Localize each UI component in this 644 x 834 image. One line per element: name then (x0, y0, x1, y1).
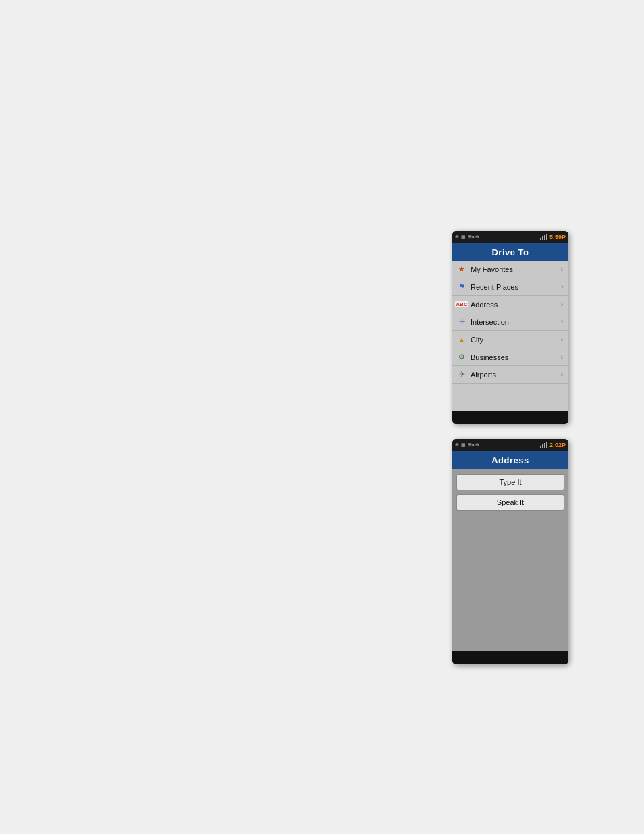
drive-to-menu-list: ★ My Favorites › ⚑ Recent Places › ABC A… (452, 261, 568, 411)
bar1 (540, 238, 541, 240)
airport-icon: ✈ (456, 369, 467, 380)
status-time-1: 5:59P (549, 234, 566, 240)
chevron-city: › (561, 336, 563, 343)
bar2-2 (542, 444, 543, 448)
signal-status-icon-2: ▦ (461, 442, 466, 448)
my-favorites-label: My Favorites (471, 265, 513, 273)
intersection-label: Intersection (471, 318, 509, 326)
nav-status-icon-2: ⊕ (455, 442, 459, 448)
address-title: Address (491, 455, 529, 465)
bottom-bar-1 (452, 411, 568, 424)
status-bar-1: ⊕ ▦ ⊞∞⊕ 5:59P (452, 231, 568, 243)
menu-item-left-airports: ✈ Airports (456, 369, 496, 380)
bar1-2 (540, 446, 541, 448)
extra-status-icon-2: ⊞∞⊕ (468, 442, 479, 448)
bar4 (546, 234, 547, 240)
recent-places-label: Recent Places (471, 283, 518, 291)
menu-item-recent-places[interactable]: ⚑ Recent Places › (452, 278, 568, 296)
airports-label: Airports (471, 371, 496, 379)
menu-spacer (452, 384, 568, 411)
chevron-address: › (561, 301, 563, 308)
chevron-recent-places: › (561, 283, 563, 290)
address-spacer (452, 516, 568, 651)
menu-item-left-my-favorites: ★ My Favorites (456, 264, 513, 275)
address-title-bar: Address (452, 451, 568, 469)
bottom-bar-2 (452, 651, 568, 664)
menu-item-left-address: ABC Address (456, 299, 498, 310)
status-time-2: 2:02P (549, 442, 566, 448)
status-right-icons: 5:59P (540, 234, 566, 240)
bar4-2 (546, 442, 547, 448)
chevron-airports: › (561, 371, 563, 378)
address-content: Type It Speak It (452, 469, 568, 516)
extra-status-icon: ⊞∞⊕ (468, 234, 479, 240)
menu-item-airports[interactable]: ✈ Airports › (452, 366, 568, 384)
status-bar-2: ⊕ ▦ ⊞∞⊕ 2:02P (452, 439, 568, 451)
intersection-icon: ✛ (456, 317, 467, 328)
menu-item-left-city: ▲ City (456, 334, 483, 345)
abc-icon: ABC (456, 299, 467, 310)
status-right-icons-2: 2:02P (540, 442, 566, 448)
drive-to-title: Drive To (491, 247, 529, 257)
drive-to-screen: ⊕ ▦ ⊞∞⊕ 5:59P Drive To ★ My Favorites (452, 231, 568, 424)
city-label: City (471, 336, 483, 344)
menu-item-my-favorites[interactable]: ★ My Favorites › (452, 261, 568, 278)
signal-status-icon: ▦ (461, 234, 466, 240)
chevron-businesses: › (561, 353, 563, 361)
menu-item-city[interactable]: ▲ City › (452, 331, 568, 348)
chevron-intersection: › (561, 318, 563, 325)
drive-to-title-bar: Drive To (452, 243, 568, 261)
chevron-my-favorites: › (561, 265, 563, 273)
city-icon: ▲ (456, 334, 467, 345)
type-it-button[interactable]: Type It (456, 474, 564, 490)
address-label: Address (471, 301, 498, 309)
bar3-2 (544, 443, 545, 448)
menu-item-address[interactable]: ABC Address › (452, 296, 568, 313)
businesses-label: Businesses (471, 353, 508, 361)
bar2 (542, 236, 543, 240)
star-icon: ★ (456, 264, 467, 275)
flag-icon: ⚑ (456, 282, 467, 292)
bar3 (544, 235, 545, 240)
status-left-icons: ⊕ ▦ ⊞∞⊕ (455, 234, 479, 240)
speak-it-button[interactable]: Speak It (456, 494, 564, 511)
menu-item-left-businesses: ⚙ Businesses (456, 352, 508, 363)
menu-item-left-intersection: ✛ Intersection (456, 317, 509, 328)
address-screen: ⊕ ▦ ⊞∞⊕ 2:02P Address Type It Speak It (452, 439, 568, 664)
nav-status-icon: ⊕ (455, 234, 459, 240)
battery-bars-2 (540, 442, 547, 448)
status-left-icons-2: ⊕ ▦ ⊞∞⊕ (455, 442, 479, 448)
menu-item-left-recent-places: ⚑ Recent Places (456, 282, 518, 292)
business-icon: ⚙ (456, 352, 467, 363)
battery-bars (540, 234, 547, 240)
menu-item-businesses[interactable]: ⚙ Businesses › (452, 348, 568, 366)
menu-item-intersection[interactable]: ✛ Intersection › (452, 313, 568, 331)
